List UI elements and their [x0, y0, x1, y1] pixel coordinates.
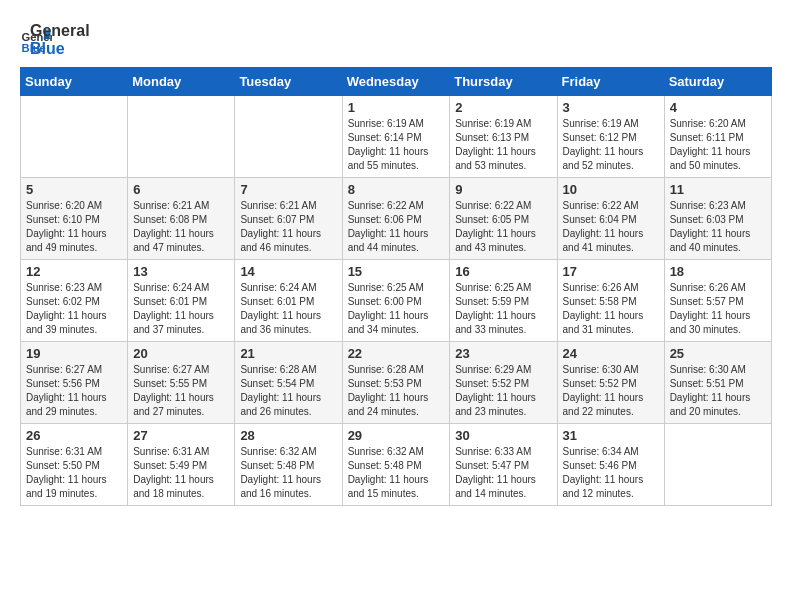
- day-info: Sunrise: 6:19 AM Sunset: 6:13 PM Dayligh…: [455, 117, 551, 173]
- day-number: 26: [26, 428, 122, 443]
- day-cell: 30Sunrise: 6:33 AM Sunset: 5:47 PM Dayli…: [450, 424, 557, 506]
- day-number: 20: [133, 346, 229, 361]
- weekday-header-wednesday: Wednesday: [342, 68, 450, 96]
- day-cell: 9Sunrise: 6:22 AM Sunset: 6:05 PM Daylig…: [450, 178, 557, 260]
- logo-general: General: [30, 22, 90, 40]
- day-cell: [664, 424, 771, 506]
- page-header: General Blue General Blue: [20, 20, 772, 57]
- day-number: 27: [133, 428, 229, 443]
- logo-blue: Blue: [30, 40, 90, 58]
- day-number: 14: [240, 264, 336, 279]
- day-info: Sunrise: 6:33 AM Sunset: 5:47 PM Dayligh…: [455, 445, 551, 501]
- day-cell: 16Sunrise: 6:25 AM Sunset: 5:59 PM Dayli…: [450, 260, 557, 342]
- day-cell: 25Sunrise: 6:30 AM Sunset: 5:51 PM Dayli…: [664, 342, 771, 424]
- day-cell: 31Sunrise: 6:34 AM Sunset: 5:46 PM Dayli…: [557, 424, 664, 506]
- day-cell: 1Sunrise: 6:19 AM Sunset: 6:14 PM Daylig…: [342, 96, 450, 178]
- day-number: 9: [455, 182, 551, 197]
- day-info: Sunrise: 6:21 AM Sunset: 6:07 PM Dayligh…: [240, 199, 336, 255]
- weekday-header-friday: Friday: [557, 68, 664, 96]
- day-cell: 13Sunrise: 6:24 AM Sunset: 6:01 PM Dayli…: [128, 260, 235, 342]
- day-cell: 17Sunrise: 6:26 AM Sunset: 5:58 PM Dayli…: [557, 260, 664, 342]
- day-number: 13: [133, 264, 229, 279]
- day-cell: 11Sunrise: 6:23 AM Sunset: 6:03 PM Dayli…: [664, 178, 771, 260]
- day-info: Sunrise: 6:23 AM Sunset: 6:02 PM Dayligh…: [26, 281, 122, 337]
- day-number: 29: [348, 428, 445, 443]
- day-number: 17: [563, 264, 659, 279]
- day-cell: 22Sunrise: 6:28 AM Sunset: 5:53 PM Dayli…: [342, 342, 450, 424]
- day-cell: [128, 96, 235, 178]
- day-number: 22: [348, 346, 445, 361]
- day-info: Sunrise: 6:28 AM Sunset: 5:53 PM Dayligh…: [348, 363, 445, 419]
- day-cell: 6Sunrise: 6:21 AM Sunset: 6:08 PM Daylig…: [128, 178, 235, 260]
- week-row-3: 12Sunrise: 6:23 AM Sunset: 6:02 PM Dayli…: [21, 260, 772, 342]
- day-info: Sunrise: 6:30 AM Sunset: 5:52 PM Dayligh…: [563, 363, 659, 419]
- day-info: Sunrise: 6:19 AM Sunset: 6:14 PM Dayligh…: [348, 117, 445, 173]
- day-cell: 14Sunrise: 6:24 AM Sunset: 6:01 PM Dayli…: [235, 260, 342, 342]
- day-number: 21: [240, 346, 336, 361]
- day-cell: 29Sunrise: 6:32 AM Sunset: 5:48 PM Dayli…: [342, 424, 450, 506]
- day-info: Sunrise: 6:20 AM Sunset: 6:10 PM Dayligh…: [26, 199, 122, 255]
- day-number: 19: [26, 346, 122, 361]
- day-cell: 7Sunrise: 6:21 AM Sunset: 6:07 PM Daylig…: [235, 178, 342, 260]
- day-info: Sunrise: 6:22 AM Sunset: 6:04 PM Dayligh…: [563, 199, 659, 255]
- day-number: 18: [670, 264, 766, 279]
- day-info: Sunrise: 6:27 AM Sunset: 5:56 PM Dayligh…: [26, 363, 122, 419]
- calendar-table: SundayMondayTuesdayWednesdayThursdayFrid…: [20, 67, 772, 506]
- day-info: Sunrise: 6:22 AM Sunset: 6:05 PM Dayligh…: [455, 199, 551, 255]
- day-cell: 20Sunrise: 6:27 AM Sunset: 5:55 PM Dayli…: [128, 342, 235, 424]
- weekday-header-thursday: Thursday: [450, 68, 557, 96]
- day-info: Sunrise: 6:24 AM Sunset: 6:01 PM Dayligh…: [133, 281, 229, 337]
- day-info: Sunrise: 6:20 AM Sunset: 6:11 PM Dayligh…: [670, 117, 766, 173]
- day-cell: 15Sunrise: 6:25 AM Sunset: 6:00 PM Dayli…: [342, 260, 450, 342]
- day-number: 16: [455, 264, 551, 279]
- day-info: Sunrise: 6:19 AM Sunset: 6:12 PM Dayligh…: [563, 117, 659, 173]
- day-info: Sunrise: 6:21 AM Sunset: 6:08 PM Dayligh…: [133, 199, 229, 255]
- day-number: 24: [563, 346, 659, 361]
- day-number: 2: [455, 100, 551, 115]
- day-number: 12: [26, 264, 122, 279]
- day-cell: 10Sunrise: 6:22 AM Sunset: 6:04 PM Dayli…: [557, 178, 664, 260]
- week-row-5: 26Sunrise: 6:31 AM Sunset: 5:50 PM Dayli…: [21, 424, 772, 506]
- logo: General Blue General Blue: [20, 20, 90, 57]
- day-number: 11: [670, 182, 766, 197]
- day-info: Sunrise: 6:23 AM Sunset: 6:03 PM Dayligh…: [670, 199, 766, 255]
- day-info: Sunrise: 6:25 AM Sunset: 5:59 PM Dayligh…: [455, 281, 551, 337]
- day-number: 8: [348, 182, 445, 197]
- day-cell: [21, 96, 128, 178]
- day-info: Sunrise: 6:34 AM Sunset: 5:46 PM Dayligh…: [563, 445, 659, 501]
- day-cell: 24Sunrise: 6:30 AM Sunset: 5:52 PM Dayli…: [557, 342, 664, 424]
- day-cell: 26Sunrise: 6:31 AM Sunset: 5:50 PM Dayli…: [21, 424, 128, 506]
- day-info: Sunrise: 6:26 AM Sunset: 5:58 PM Dayligh…: [563, 281, 659, 337]
- day-info: Sunrise: 6:29 AM Sunset: 5:52 PM Dayligh…: [455, 363, 551, 419]
- day-cell: 2Sunrise: 6:19 AM Sunset: 6:13 PM Daylig…: [450, 96, 557, 178]
- day-info: Sunrise: 6:31 AM Sunset: 5:49 PM Dayligh…: [133, 445, 229, 501]
- day-cell: 18Sunrise: 6:26 AM Sunset: 5:57 PM Dayli…: [664, 260, 771, 342]
- day-number: 15: [348, 264, 445, 279]
- day-number: 25: [670, 346, 766, 361]
- day-number: 5: [26, 182, 122, 197]
- day-number: 6: [133, 182, 229, 197]
- day-number: 4: [670, 100, 766, 115]
- weekday-header-saturday: Saturday: [664, 68, 771, 96]
- day-number: 23: [455, 346, 551, 361]
- day-info: Sunrise: 6:28 AM Sunset: 5:54 PM Dayligh…: [240, 363, 336, 419]
- day-cell: 5Sunrise: 6:20 AM Sunset: 6:10 PM Daylig…: [21, 178, 128, 260]
- weekday-header-row: SundayMondayTuesdayWednesdayThursdayFrid…: [21, 68, 772, 96]
- day-info: Sunrise: 6:30 AM Sunset: 5:51 PM Dayligh…: [670, 363, 766, 419]
- day-number: 31: [563, 428, 659, 443]
- day-number: 1: [348, 100, 445, 115]
- week-row-4: 19Sunrise: 6:27 AM Sunset: 5:56 PM Dayli…: [21, 342, 772, 424]
- day-number: 10: [563, 182, 659, 197]
- day-info: Sunrise: 6:31 AM Sunset: 5:50 PM Dayligh…: [26, 445, 122, 501]
- day-number: 7: [240, 182, 336, 197]
- day-cell: 28Sunrise: 6:32 AM Sunset: 5:48 PM Dayli…: [235, 424, 342, 506]
- weekday-header-tuesday: Tuesday: [235, 68, 342, 96]
- day-number: 30: [455, 428, 551, 443]
- day-info: Sunrise: 6:27 AM Sunset: 5:55 PM Dayligh…: [133, 363, 229, 419]
- day-cell: 8Sunrise: 6:22 AM Sunset: 6:06 PM Daylig…: [342, 178, 450, 260]
- day-cell: 23Sunrise: 6:29 AM Sunset: 5:52 PM Dayli…: [450, 342, 557, 424]
- day-info: Sunrise: 6:32 AM Sunset: 5:48 PM Dayligh…: [240, 445, 336, 501]
- day-cell: 19Sunrise: 6:27 AM Sunset: 5:56 PM Dayli…: [21, 342, 128, 424]
- day-cell: [235, 96, 342, 178]
- day-cell: 27Sunrise: 6:31 AM Sunset: 5:49 PM Dayli…: [128, 424, 235, 506]
